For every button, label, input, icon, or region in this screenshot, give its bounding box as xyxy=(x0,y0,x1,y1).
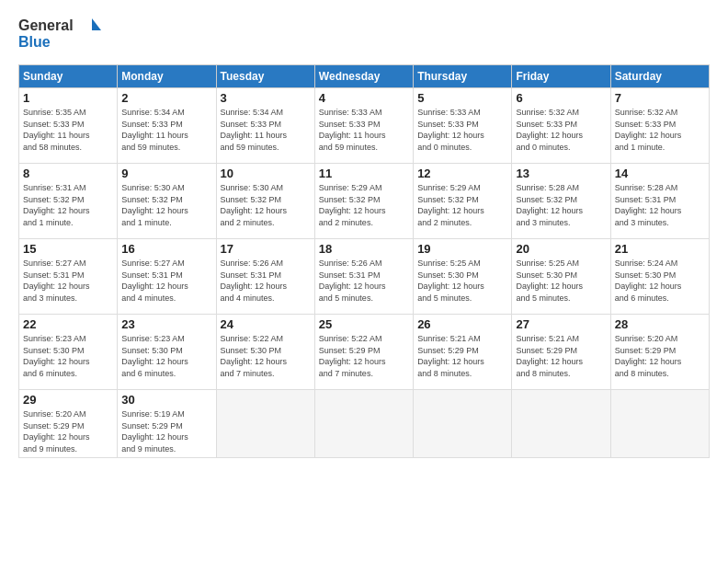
calendar-table: SundayMondayTuesdayWednesdayThursdayFrid… xyxy=(18,64,710,458)
day-number: 10 xyxy=(221,167,311,180)
day-info: Sunrise: 5:28 AMSunset: 5:31 PMDaylight:… xyxy=(615,182,705,228)
day-info: Sunrise: 5:23 AMSunset: 5:30 PMDaylight:… xyxy=(121,333,211,379)
day-info: Sunrise: 5:30 AMSunset: 5:32 PMDaylight:… xyxy=(221,182,311,228)
day-info: Sunrise: 5:22 AMSunset: 5:30 PMDaylight:… xyxy=(221,333,311,379)
day-number: 27 xyxy=(516,317,606,331)
day-info: Sunrise: 5:19 AMSunset: 5:29 PMDaylight:… xyxy=(121,408,211,454)
calendar-cell: 22Sunrise: 5:23 AMSunset: 5:30 PMDayligh… xyxy=(19,315,118,390)
day-info: Sunrise: 5:32 AMSunset: 5:33 PMDaylight:… xyxy=(615,107,705,153)
day-info: Sunrise: 5:33 AMSunset: 5:33 PMDaylight:… xyxy=(319,107,409,153)
weekday-header: Tuesday xyxy=(216,65,314,88)
calendar-cell: 25Sunrise: 5:22 AMSunset: 5:29 PMDayligh… xyxy=(314,315,413,390)
day-info: Sunrise: 5:34 AMSunset: 5:33 PMDaylight:… xyxy=(221,107,311,153)
day-info: Sunrise: 5:21 AMSunset: 5:29 PMDaylight:… xyxy=(417,333,507,379)
weekday-header: Sunday xyxy=(19,65,118,88)
calendar-cell: 26Sunrise: 5:21 AMSunset: 5:29 PMDayligh… xyxy=(414,315,512,390)
day-number: 9 xyxy=(121,167,211,180)
calendar-cell: 2Sunrise: 5:34 AMSunset: 5:33 PMDaylight… xyxy=(118,88,216,164)
day-number: 17 xyxy=(221,242,311,256)
calendar-cell: 11Sunrise: 5:29 AMSunset: 5:32 PMDayligh… xyxy=(314,164,413,239)
calendar-cell: 5Sunrise: 5:33 AMSunset: 5:33 PMDaylight… xyxy=(414,88,512,164)
calendar-cell: 15Sunrise: 5:27 AMSunset: 5:31 PMDayligh… xyxy=(19,239,118,315)
day-number: 5 xyxy=(417,91,507,105)
calendar-cell: 24Sunrise: 5:22 AMSunset: 5:30 PMDayligh… xyxy=(216,315,314,390)
day-info: Sunrise: 5:31 AMSunset: 5:32 PMDaylight:… xyxy=(23,182,113,228)
day-info: Sunrise: 5:25 AMSunset: 5:30 PMDaylight:… xyxy=(516,258,606,304)
calendar-cell: 12Sunrise: 5:29 AMSunset: 5:32 PMDayligh… xyxy=(414,164,512,239)
day-info: Sunrise: 5:29 AMSunset: 5:32 PMDaylight:… xyxy=(417,182,507,228)
weekday-header: Monday xyxy=(118,65,216,88)
calendar-cell xyxy=(512,390,610,458)
day-number: 12 xyxy=(417,167,507,180)
calendar-cell: 13Sunrise: 5:28 AMSunset: 5:32 PMDayligh… xyxy=(512,164,610,239)
calendar-cell xyxy=(216,390,314,458)
day-info: Sunrise: 5:34 AMSunset: 5:33 PMDaylight:… xyxy=(121,107,211,153)
calendar-cell: 18Sunrise: 5:26 AMSunset: 5:31 PMDayligh… xyxy=(314,239,413,315)
day-info: Sunrise: 5:27 AMSunset: 5:31 PMDaylight:… xyxy=(23,258,113,304)
day-number: 14 xyxy=(615,167,705,180)
day-info: Sunrise: 5:23 AMSunset: 5:30 PMDaylight:… xyxy=(23,333,113,379)
calendar-cell: 20Sunrise: 5:25 AMSunset: 5:30 PMDayligh… xyxy=(512,239,610,315)
calendar-cell xyxy=(610,390,709,458)
day-number: 26 xyxy=(417,317,507,331)
day-info: Sunrise: 5:21 AMSunset: 5:29 PMDaylight:… xyxy=(516,333,606,379)
day-info: Sunrise: 5:35 AMSunset: 5:33 PMDaylight:… xyxy=(23,107,113,153)
calendar-cell: 21Sunrise: 5:24 AMSunset: 5:30 PMDayligh… xyxy=(610,239,709,315)
day-info: Sunrise: 5:24 AMSunset: 5:30 PMDaylight:… xyxy=(615,258,705,304)
day-number: 15 xyxy=(23,242,113,256)
day-info: Sunrise: 5:22 AMSunset: 5:29 PMDaylight:… xyxy=(319,333,409,379)
calendar-cell: 9Sunrise: 5:30 AMSunset: 5:32 PMDaylight… xyxy=(118,164,216,239)
day-number: 4 xyxy=(319,91,409,105)
weekday-header: Thursday xyxy=(414,65,512,88)
day-info: Sunrise: 5:29 AMSunset: 5:32 PMDaylight:… xyxy=(319,182,409,228)
day-number: 21 xyxy=(615,242,705,256)
calendar-cell: 27Sunrise: 5:21 AMSunset: 5:29 PMDayligh… xyxy=(512,315,610,390)
day-number: 19 xyxy=(417,242,507,256)
calendar-cell: 7Sunrise: 5:32 AMSunset: 5:33 PMDaylight… xyxy=(610,88,709,164)
day-number: 3 xyxy=(221,91,311,105)
calendar-cell: 1Sunrise: 5:35 AMSunset: 5:33 PMDaylight… xyxy=(19,88,118,164)
logo: General Blue xyxy=(18,14,101,55)
logo-svg: General Blue xyxy=(18,14,101,55)
calendar-cell: 6Sunrise: 5:32 AMSunset: 5:33 PMDaylight… xyxy=(512,88,610,164)
day-info: Sunrise: 5:26 AMSunset: 5:31 PMDaylight:… xyxy=(221,258,311,304)
day-number: 25 xyxy=(319,317,409,331)
calendar-cell: 17Sunrise: 5:26 AMSunset: 5:31 PMDayligh… xyxy=(216,239,314,315)
day-info: Sunrise: 5:27 AMSunset: 5:31 PMDaylight:… xyxy=(121,258,211,304)
calendar-cell: 4Sunrise: 5:33 AMSunset: 5:33 PMDaylight… xyxy=(314,88,413,164)
day-number: 6 xyxy=(516,91,606,105)
day-number: 23 xyxy=(121,317,211,331)
calendar-cell: 14Sunrise: 5:28 AMSunset: 5:31 PMDayligh… xyxy=(610,164,709,239)
calendar-cell: 19Sunrise: 5:25 AMSunset: 5:30 PMDayligh… xyxy=(414,239,512,315)
day-info: Sunrise: 5:26 AMSunset: 5:31 PMDaylight:… xyxy=(319,258,409,304)
day-number: 20 xyxy=(516,242,606,256)
calendar-cell: 23Sunrise: 5:23 AMSunset: 5:30 PMDayligh… xyxy=(118,315,216,390)
day-number: 29 xyxy=(23,393,113,407)
day-number: 2 xyxy=(121,91,211,105)
day-number: 16 xyxy=(121,242,211,256)
weekday-header: Friday xyxy=(512,65,610,88)
calendar-cell xyxy=(414,390,512,458)
day-number: 8 xyxy=(23,167,113,180)
calendar-cell: 16Sunrise: 5:27 AMSunset: 5:31 PMDayligh… xyxy=(118,239,216,315)
calendar-cell: 30Sunrise: 5:19 AMSunset: 5:29 PMDayligh… xyxy=(118,390,216,458)
day-info: Sunrise: 5:32 AMSunset: 5:33 PMDaylight:… xyxy=(516,107,606,153)
day-number: 11 xyxy=(319,167,409,180)
page-header: General Blue xyxy=(18,14,710,55)
day-number: 7 xyxy=(615,91,705,105)
svg-marker-2 xyxy=(92,18,101,30)
day-number: 1 xyxy=(23,91,113,105)
day-info: Sunrise: 5:25 AMSunset: 5:30 PMDaylight:… xyxy=(417,258,507,304)
day-info: Sunrise: 5:28 AMSunset: 5:32 PMDaylight:… xyxy=(516,182,606,228)
weekday-header: Saturday xyxy=(610,65,709,88)
day-info: Sunrise: 5:20 AMSunset: 5:29 PMDaylight:… xyxy=(23,408,113,454)
calendar-cell: 3Sunrise: 5:34 AMSunset: 5:33 PMDaylight… xyxy=(216,88,314,164)
calendar-cell: 10Sunrise: 5:30 AMSunset: 5:32 PMDayligh… xyxy=(216,164,314,239)
day-number: 13 xyxy=(516,167,606,180)
day-info: Sunrise: 5:33 AMSunset: 5:33 PMDaylight:… xyxy=(417,107,507,153)
calendar-cell: 8Sunrise: 5:31 AMSunset: 5:32 PMDaylight… xyxy=(19,164,118,239)
day-number: 30 xyxy=(121,393,211,407)
weekday-header: Wednesday xyxy=(314,65,413,88)
day-number: 24 xyxy=(221,317,311,331)
day-info: Sunrise: 5:20 AMSunset: 5:29 PMDaylight:… xyxy=(615,333,705,379)
